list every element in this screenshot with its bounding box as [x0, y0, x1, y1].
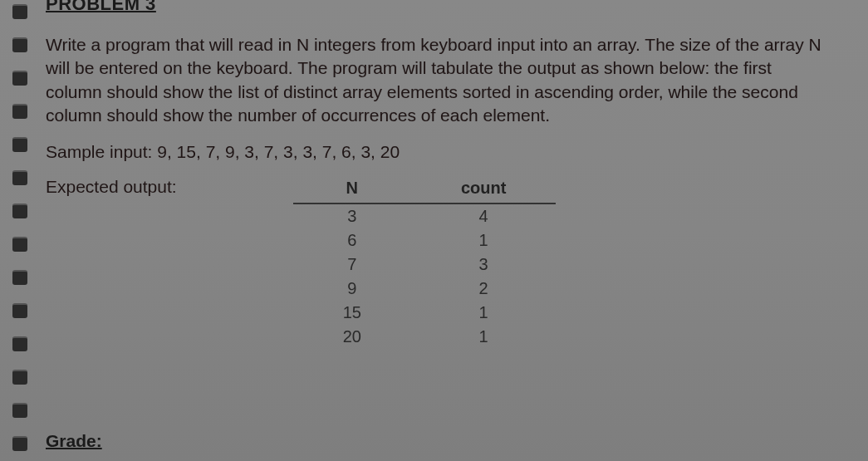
problem-description: Write a program that will read in N inte…: [46, 33, 831, 127]
grade-label: Grade:: [46, 431, 102, 451]
sample-input-label: Sample input:: [46, 142, 152, 161]
spiral-hole: [12, 436, 27, 451]
spiral-hole: [12, 370, 27, 385]
spiral-hole: [12, 204, 27, 218]
spiral-hole: [12, 4, 27, 19]
table-cell-count: 2: [411, 277, 556, 301]
table-cell-n: 6: [293, 228, 411, 253]
spiral-hole: [12, 303, 27, 318]
table-cell-n: 3: [293, 204, 411, 228]
spiral-hole: [12, 237, 27, 252]
spiral-hole: [12, 403, 27, 418]
table-header-row: N count: [293, 175, 557, 204]
table-header-count: count: [411, 175, 556, 204]
document-page: PROBLEM 3 Write a program that will read…: [0, 0, 868, 461]
table-cell-n: 9: [293, 277, 411, 301]
spiral-hole: [12, 104, 27, 119]
table-row: 20 1: [293, 325, 557, 349]
table-row: 9 2: [293, 277, 557, 301]
output-table: N count 3 4 6 1 7 3 9 2: [293, 175, 557, 349]
table-row: 7 3: [293, 253, 557, 277]
spiral-hole: [12, 137, 27, 152]
table-row: 3 4: [293, 204, 557, 228]
spiral-hole: [12, 71, 27, 86]
table-row: 15 1: [293, 301, 557, 325]
table-cell-count: 1: [411, 301, 556, 325]
table-cell-n: 20: [293, 325, 411, 349]
table-cell-count: 4: [411, 204, 556, 228]
spiral-binding: [12, 0, 33, 461]
table-cell-n: 15: [293, 301, 411, 325]
spiral-hole: [12, 270, 27, 285]
table-header-n: N: [293, 175, 411, 204]
spiral-hole: [12, 37, 27, 52]
table-cell-count: 1: [411, 228, 556, 253]
sample-input-line: Sample input: 9, 15, 7, 9, 3, 7, 3, 3, 7…: [46, 142, 831, 162]
table-row: 6 1: [293, 228, 557, 253]
spiral-hole: [12, 170, 27, 185]
table-cell-n: 7: [293, 253, 411, 277]
problem-header: PROBLEM 3: [46, 0, 831, 15]
spiral-hole: [12, 336, 27, 351]
table-cell-count: 3: [411, 253, 556, 277]
sample-input-values: 9, 15, 7, 9, 3, 7, 3, 3, 7, 6, 3, 20: [157, 142, 400, 161]
table-cell-count: 1: [411, 325, 556, 349]
expected-output-section: Expected output: N count 3 4 6 1 7: [46, 175, 831, 349]
expected-output-label: Expected output:: [46, 175, 177, 197]
